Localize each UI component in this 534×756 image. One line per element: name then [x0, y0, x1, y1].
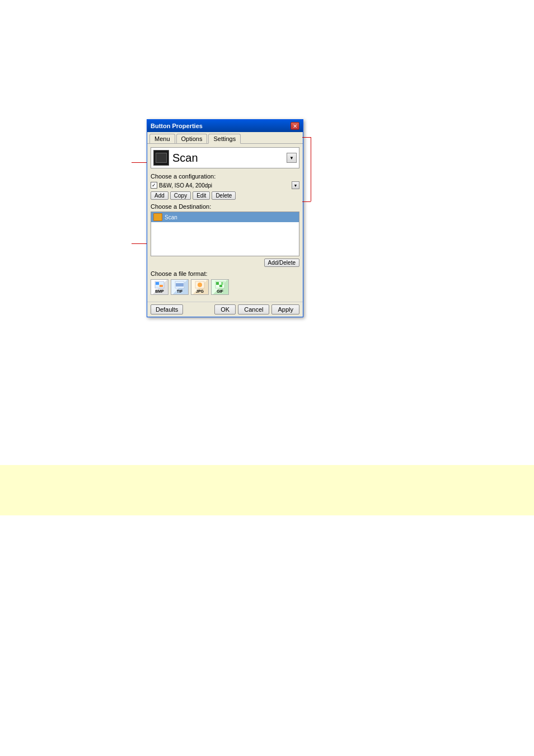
destination-folder-icon: [153, 213, 162, 221]
file-format-label: Choose a file format:: [151, 270, 299, 277]
format-jpg[interactable]: JPG: [191, 279, 209, 295]
configuration-selected-text: B&W, ISO A4, 200dpi: [159, 182, 290, 189]
dropdown-arrow-icon[interactable]: ▼: [287, 153, 297, 163]
tab-menu[interactable]: Menu: [149, 134, 175, 143]
tab-options[interactable]: Options: [176, 134, 208, 143]
file-format-icons: BMP TIF JPG: [151, 279, 299, 295]
svg-rect-10: [221, 282, 223, 285]
tif-label: TIF: [177, 289, 183, 293]
delete-button[interactable]: Delete: [212, 191, 236, 200]
scan-text-label: Scan: [172, 152, 198, 165]
annotation-line-left: [132, 162, 147, 163]
configuration-dropdown[interactable]: ▼: [292, 181, 299, 189]
apply-button[interactable]: Apply: [271, 304, 299, 314]
copy-button[interactable]: Copy: [170, 191, 191, 200]
destination-item-label: Scan: [165, 214, 177, 220]
annotation-line-bottom: [302, 201, 311, 202]
svg-rect-2: [160, 285, 163, 287]
destinations-label: Choose a Destination:: [151, 203, 299, 210]
format-bmp[interactable]: BMP: [151, 279, 168, 295]
scanner-icon: [153, 150, 169, 166]
bmp-label: BMP: [155, 289, 164, 293]
configuration-row: ✓ B&W, ISO A4, 200dpi ▼: [151, 181, 299, 189]
format-tif[interactable]: TIF: [171, 279, 189, 295]
edit-button[interactable]: Edit: [193, 191, 210, 200]
configuration-checkbox[interactable]: ✓: [151, 182, 157, 189]
dialog-title: Button Properties: [151, 123, 203, 129]
ok-button[interactable]: OK: [214, 304, 236, 314]
annotation-line-format: [132, 243, 147, 244]
gif-label: GIF: [217, 289, 223, 293]
annotation-line-top: [302, 137, 311, 138]
jpg-label: JPG: [196, 289, 204, 293]
svg-point-6: [198, 283, 202, 287]
yellow-note: [0, 465, 534, 515]
destination-item-scan[interactable]: Scan: [151, 212, 299, 222]
svg-rect-4: [176, 283, 184, 287]
cancel-button[interactable]: Cancel: [238, 304, 269, 314]
svg-rect-9: [219, 285, 222, 287]
button-properties-dialog: Button Properties ✕ Menu Options Setting…: [147, 119, 303, 317]
destinations-list[interactable]: Scan: [151, 212, 299, 256]
title-bar: Button Properties ✕: [147, 120, 303, 132]
add-button[interactable]: Add: [151, 191, 168, 200]
svg-rect-1: [156, 282, 159, 285]
scanner-icon-inner: [156, 153, 167, 163]
file-format-section: Choose a file format: BMP TIF: [151, 270, 299, 295]
add-delete-button[interactable]: Add/Delete: [264, 259, 299, 267]
tab-bar: Menu Options Settings: [147, 132, 303, 144]
tab-settings[interactable]: Settings: [208, 134, 241, 144]
button-preview: Scan ▼: [151, 147, 299, 168]
destinations-section: Choose a Destination: Scan Add/Delete: [151, 203, 299, 267]
annotation-line-right: [311, 137, 311, 201]
dialog-bottom-buttons: Defaults OK Cancel Apply: [147, 302, 303, 317]
close-button[interactable]: ✕: [291, 122, 299, 130]
preview-dropdown: ▼: [287, 153, 297, 163]
dialog-content: Scan ▼ Choose a configuration: ✓ B&W, IS…: [147, 144, 303, 302]
format-gif[interactable]: GIF: [211, 279, 229, 295]
configuration-buttons: Add Copy Edit Delete: [151, 191, 299, 200]
configuration-section: Choose a configuration: ✓ B&W, ISO A4, 2…: [151, 173, 299, 200]
configuration-label: Choose a configuration:: [151, 173, 299, 180]
svg-rect-8: [216, 282, 219, 285]
defaults-button[interactable]: Defaults: [151, 304, 183, 314]
